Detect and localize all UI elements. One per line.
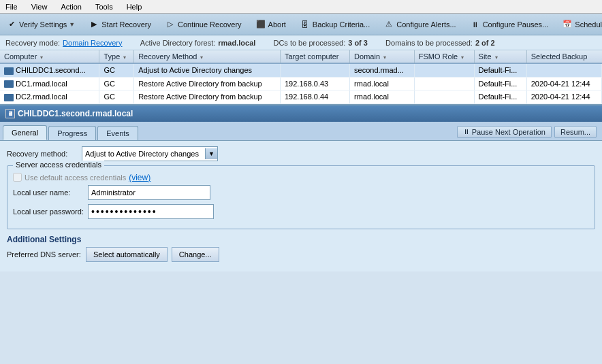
abort-icon: ⬛ xyxy=(255,19,266,30)
recovery-method-arrow-icon: ▼ xyxy=(205,148,217,159)
backup-icon: 🗄 xyxy=(300,19,311,30)
status-sep-1 xyxy=(129,39,133,47)
menu-action[interactable]: Action xyxy=(58,1,84,12)
panel-title-bar: 🖥 CHILDDC1.second.rmad.local xyxy=(0,105,602,122)
verify-settings-button[interactable]: ✔ Verify Settings ▼ xyxy=(1,15,80,34)
cell-fsmo xyxy=(414,90,474,104)
cell-backup: 2020-04-21 12:44 xyxy=(526,90,601,104)
cell-domain: rmad.local xyxy=(350,90,415,104)
continue-icon: ▷ xyxy=(165,19,176,30)
tabs-row: General Progress Events ⏸ Pause Next Ope… xyxy=(0,122,602,141)
pause-icon: ⏸ xyxy=(470,19,481,30)
cell-site: Default-Fi... xyxy=(474,63,526,77)
use-default-credentials-row: Use default access credentials (view) xyxy=(13,173,589,182)
cell-site: Default-Fi... xyxy=(474,77,526,90)
sort-icon-recovery: ▾ xyxy=(200,54,203,61)
start-recovery-button[interactable]: ▶ Start Recovery xyxy=(84,15,156,34)
cell-backup: 2020-04-21 12:44 xyxy=(526,77,601,90)
local-username-row: Local user name: xyxy=(13,185,589,200)
sort-icon-computer: ▾ xyxy=(40,54,43,61)
select-automatically-button[interactable]: Select automatically xyxy=(86,247,168,262)
col-domain[interactable]: Domain ▾ xyxy=(350,50,415,63)
dns-server-label: Preferred DNS server: xyxy=(7,250,82,259)
recovery-mode-value[interactable]: Domain Recovery xyxy=(63,39,122,47)
sort-icon-site: ▾ xyxy=(495,54,498,61)
col-computer[interactable]: Computer ▾ xyxy=(0,50,99,63)
additional-settings-title: Additional Settings xyxy=(7,235,595,244)
menu-view[interactable]: View xyxy=(29,1,50,12)
col-target[interactable]: Target computer xyxy=(280,50,349,63)
cell-type: GC xyxy=(99,90,134,104)
cell-computer: DC1.rmad.local xyxy=(0,77,99,90)
cell-fsmo xyxy=(414,63,474,77)
col-fsmo[interactable]: FSMO Role ▾ xyxy=(414,50,474,63)
computer-icon xyxy=(4,94,14,101)
pause-next-operation-button[interactable]: ⏸ Pause Next Operation xyxy=(457,126,552,138)
continue-recovery-button[interactable]: ▷ Continue Recovery xyxy=(160,15,247,34)
panel-icon: 🖥 xyxy=(5,109,15,118)
recovery-method-label: Recovery method: xyxy=(7,150,82,158)
view-link[interactable]: (view) xyxy=(129,173,150,182)
content-area: Recovery method: Adjust to Active Direct… xyxy=(0,141,602,271)
configure-pauses-button[interactable]: ⏸ Configure Pauses... xyxy=(465,15,554,34)
col-type[interactable]: Type ▾ xyxy=(99,50,134,63)
recovery-method-value: Adjust to Active Directory changes xyxy=(85,150,202,158)
sort-icon-type: ▾ xyxy=(123,54,126,61)
additional-settings-section: Additional Settings Preferred DNS server… xyxy=(7,235,595,262)
local-password-label: Local user password: xyxy=(13,208,88,216)
use-default-label: Use default access credentials xyxy=(25,173,126,182)
status-sep-2 xyxy=(262,39,266,47)
dropdown-arrow-icon: ▼ xyxy=(69,21,75,28)
table-row[interactable]: CHILDDC1.second...GCAdjust to Active Dir… xyxy=(0,63,602,77)
ad-forest-value: rmad.local xyxy=(218,39,255,47)
change-dns-button[interactable]: Change... xyxy=(172,247,219,262)
backup-criteria-button[interactable]: 🗄 Backup Criteria... xyxy=(295,15,375,34)
menu-file[interactable]: File xyxy=(3,1,20,12)
recovery-method-row: Recovery method: Adjust to Active Direct… xyxy=(7,146,595,161)
tab-general[interactable]: General xyxy=(3,125,47,140)
local-username-input[interactable] xyxy=(88,185,210,200)
dcs-label: DCs to be processed: xyxy=(273,39,345,47)
sort-icon-domain: ▾ xyxy=(383,54,386,61)
col-recovery-method[interactable]: Recovery Method ▾ xyxy=(134,50,281,63)
cell-target: 192.168.0.43 xyxy=(280,77,349,90)
local-password-input[interactable] xyxy=(88,204,214,219)
sort-icon-fsmo: ▾ xyxy=(461,54,464,61)
cell-computer: DC2.rmad.local xyxy=(0,90,99,104)
verify-icon: ✔ xyxy=(6,19,17,30)
schedule-verif-button[interactable]: 📅 Schedule Verif... xyxy=(557,15,602,34)
tab-events[interactable]: Events xyxy=(97,126,138,140)
status-bar: Recovery mode: Domain Recovery Active Di… xyxy=(0,35,602,50)
recovery-mode-label: Recovery mode: xyxy=(5,39,60,47)
cell-target xyxy=(280,63,349,77)
configure-alerts-button[interactable]: ⚠ Configure Alerts... xyxy=(379,15,460,34)
cell-recovery-method: Restore Active Directory from backup xyxy=(134,90,281,104)
menu-tools[interactable]: Tools xyxy=(93,1,116,12)
cell-recovery-method: Adjust to Active Directory changes xyxy=(134,63,281,77)
tab-toolbar: ⏸ Pause Next Operation Resum... xyxy=(457,126,599,140)
col-site[interactable]: Site ▾ xyxy=(474,50,526,63)
credentials-group-title: Server access credentials xyxy=(13,161,104,169)
menu-help[interactable]: Help xyxy=(124,1,145,12)
dcs-value: 3 of 3 xyxy=(348,39,368,47)
col-selected-backup[interactable]: Selected Backup xyxy=(526,50,601,63)
main-table: Computer ▾ Type ▾ Recovery Method ▾ Targ… xyxy=(0,50,602,104)
cell-domain: second.rmad... xyxy=(350,63,415,77)
tab-progress[interactable]: Progress xyxy=(48,126,96,140)
recovery-method-dropdown[interactable]: Adjust to Active Directory changes ▼ xyxy=(82,146,218,161)
start-icon: ▶ xyxy=(89,19,99,30)
abort-button[interactable]: ⬛ Abort xyxy=(251,15,291,34)
toolbar: ✔ Verify Settings ▼ ▶ Start Recovery ▷ C… xyxy=(0,14,602,35)
cell-domain: rmad.local xyxy=(350,77,415,90)
status-sep-3 xyxy=(375,39,379,47)
table-area: Computer ▾ Type ▾ Recovery Method ▾ Targ… xyxy=(0,50,602,105)
cell-type: GC xyxy=(99,77,134,90)
table-row[interactable]: DC2.rmad.localGCRestore Active Directory… xyxy=(0,90,602,104)
cell-backup xyxy=(526,63,601,77)
use-default-checkbox[interactable] xyxy=(13,173,22,182)
table-row[interactable]: DC1.rmad.localGCRestore Active Directory… xyxy=(0,77,602,90)
local-username-label: Local user name: xyxy=(13,188,88,197)
resume-button[interactable]: Resum... xyxy=(554,126,597,138)
domains-label: Domains to be processed: xyxy=(385,39,473,47)
cell-recovery-method: Restore Active Directory from backup xyxy=(134,77,281,90)
